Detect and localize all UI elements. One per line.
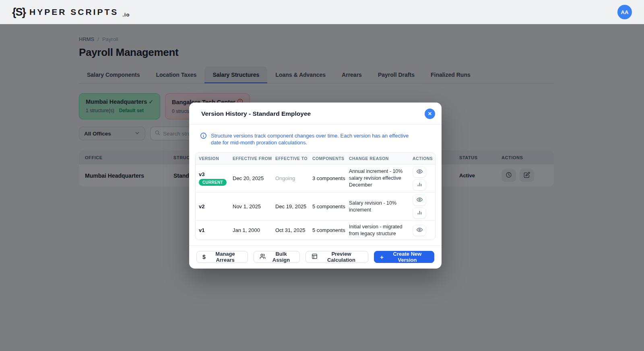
eye-icon <box>417 227 423 234</box>
logo-suffix: .io <box>122 12 130 18</box>
modal-footer: $ Manage Arrears Bulk Assign Preview Cal… <box>189 245 442 263</box>
column-change-reason: CHANGE REASON <box>349 156 413 161</box>
compare-version-button[interactable] <box>413 207 426 219</box>
dollar-icon: $ <box>202 254 206 260</box>
logo-text: HYPER SCRIPTS <box>29 7 118 17</box>
info-banner: Structure versions track component chang… <box>189 125 442 146</box>
view-version-button[interactable] <box>413 195 426 206</box>
version-label: v2 <box>199 203 204 209</box>
bar-chart-icon <box>417 210 422 216</box>
bulk-assign-label: Bulk Assign <box>268 251 293 263</box>
components-count: 3 components <box>312 175 349 181</box>
effective-to: Dec 19, 2025 <box>275 203 312 209</box>
version-label: v3 <box>199 171 204 177</box>
eye-icon <box>417 197 423 204</box>
preview-calculation-button[interactable]: Preview Calculation <box>305 251 368 263</box>
version-row-v1: v1 Jan 1, 2000 Oct 31, 2025 5 components… <box>196 221 435 240</box>
create-new-version-button[interactable]: + Create New Version <box>374 251 434 263</box>
manage-arrears-button[interactable]: $ Manage Arrears <box>196 251 248 263</box>
change-reason: Salary revision - 10% increment <box>349 200 413 213</box>
table-grid-icon <box>312 253 318 261</box>
effective-from: Nov 1, 2025 <box>233 203 275 209</box>
manage-arrears-label: Manage Arrears <box>208 251 242 263</box>
version-row-v2: v2 Nov 1, 2025 Dec 19, 2025 5 components… <box>196 193 435 221</box>
effective-from: Dec 20, 2025 <box>233 175 275 181</box>
info-text: Structure versions track component chang… <box>211 132 419 146</box>
column-effective-to: EFFECTIVE TO <box>275 156 312 161</box>
info-icon <box>200 132 207 146</box>
current-badge: CURRENT <box>199 179 227 186</box>
effective-from: Jan 1, 2000 <box>233 227 275 233</box>
column-actions: ACTIONS <box>413 156 435 161</box>
column-components: COMPONENTS <box>312 156 349 161</box>
users-icon <box>260 253 266 261</box>
view-version-button[interactable] <box>413 166 426 178</box>
change-reason: Annual increment - 10% salary revision e… <box>349 168 413 189</box>
compare-version-button[interactable] <box>413 179 426 191</box>
eye-icon <box>417 168 423 176</box>
user-avatar[interactable]: AA <box>617 5 632 19</box>
view-version-button[interactable] <box>413 225 426 236</box>
version-history-modal: Version History - Standard Employee ✕ St… <box>189 103 442 269</box>
top-bar: {S} HYPER SCRIPTS .io AA <box>0 0 644 24</box>
create-new-version-label: Create New Version <box>386 251 428 263</box>
bulk-assign-button[interactable]: Bulk Assign <box>254 251 299 263</box>
logo-monogram-icon: {S} <box>12 6 25 18</box>
close-button[interactable]: ✕ <box>425 109 435 119</box>
modal-title: Version History - Standard Employee <box>201 110 311 117</box>
version-row-v3: v3 CURRENT Dec 20, 2025 Ongoing 3 compon… <box>196 164 435 193</box>
version-table-header: VERSION EFFECTIVE FROM EFFECTIVE TO COMP… <box>196 153 435 164</box>
bar-chart-icon <box>417 182 422 188</box>
effective-to: Oct 31, 2025 <box>275 227 312 233</box>
components-count: 5 components <box>312 203 349 209</box>
column-effective-from: EFFECTIVE FROM <box>233 156 275 161</box>
components-count: 5 components <box>312 227 349 233</box>
close-icon: ✕ <box>428 111 432 117</box>
version-label: v1 <box>199 227 204 233</box>
plus-icon: + <box>380 254 384 261</box>
change-reason: Initial version - migrated from legacy s… <box>349 224 413 237</box>
column-version: VERSION <box>199 156 233 161</box>
version-table: VERSION EFFECTIVE FROM EFFECTIVE TO COMP… <box>195 152 436 240</box>
preview-calculation-label: Preview Calculation <box>320 251 362 263</box>
effective-to: Ongoing <box>275 175 312 181</box>
app-logo: {S} HYPER SCRIPTS .io <box>12 6 130 18</box>
